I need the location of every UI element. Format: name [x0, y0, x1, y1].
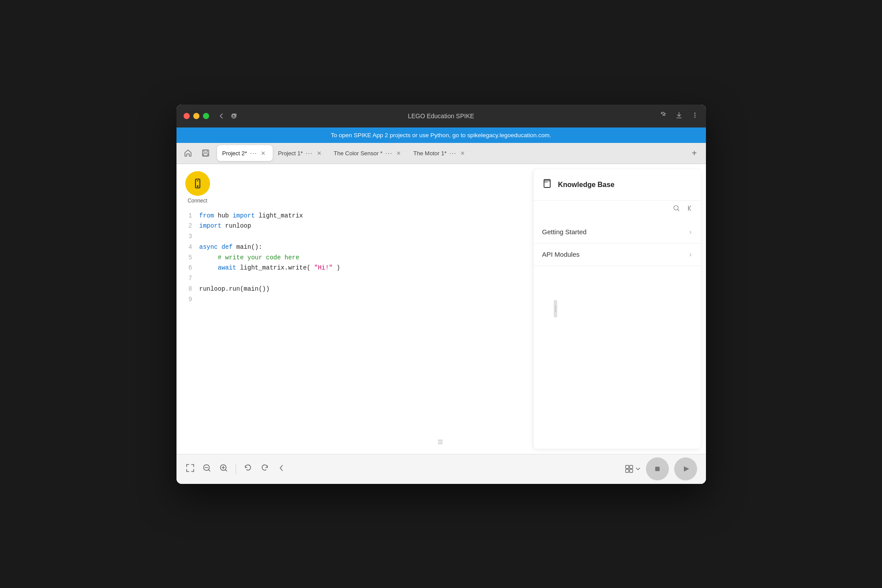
traffic-lights [184, 113, 209, 119]
code-line-1: 1 from hub import light_matrix [185, 211, 524, 221]
window-title: LEGO Education SPIKE [408, 112, 474, 120]
bottom-toolbar [176, 454, 706, 484]
tab-close-icon[interactable]: ✕ [315, 149, 323, 157]
tab-color-sensor[interactable]: The Color Sensor * ⋯ ✕ [328, 145, 408, 161]
kb-toolbar [533, 201, 701, 217]
tab-the-motor[interactable]: The Motor 1* ⋯ ✕ [408, 145, 472, 161]
code-line-6: 6 await light_matrix.write( "Hi!" ) [185, 263, 524, 273]
code-line-4: 4 async def main(): [185, 242, 524, 253]
tab-menu-icon[interactable]: ⋯ [305, 149, 312, 157]
kb-items: Getting Started › API Modules › [533, 217, 701, 449]
tab-bar: Project 2* ⋯ ✕ Project 1* ⋯ ✕ The Color … [176, 143, 706, 164]
collapse-icon[interactable] [686, 204, 694, 214]
svg-rect-14 [630, 465, 633, 468]
back-button[interactable] [218, 112, 225, 120]
undo-icon[interactable] [243, 463, 253, 475]
svg-point-2 [694, 116, 695, 118]
connect-label: Connect [188, 198, 207, 204]
bottom-left-tools [185, 463, 286, 475]
svg-point-7 [197, 185, 199, 187]
svg-rect-8 [197, 180, 199, 181]
search-icon[interactable] [672, 204, 680, 214]
panel-resize-handle[interactable] [554, 300, 557, 318]
redo-icon[interactable] [260, 463, 270, 475]
svg-point-0 [694, 112, 695, 114]
stop-button[interactable] [646, 457, 669, 480]
titlebar: LEGO Education SPIKE [176, 105, 706, 127]
bottom-right-tools [625, 457, 697, 480]
play-button[interactable] [674, 457, 697, 480]
svg-rect-5 [203, 154, 208, 156]
code-line-8: 8 runloop.run(main()) [185, 284, 524, 295]
connect-button[interactable]: Connect [185, 171, 210, 204]
tab-close-icon[interactable]: ✕ [395, 149, 403, 157]
tab-menu-icon[interactable]: ⋯ [449, 149, 456, 157]
svg-rect-13 [626, 465, 629, 468]
fullscreen-icon[interactable] [185, 463, 195, 475]
zoom-in-icon[interactable] [219, 463, 229, 475]
code-line-2: 2 import runloop [185, 221, 524, 232]
tab-menu-icon[interactable]: ⋯ [385, 149, 392, 157]
menu-icon[interactable] [691, 111, 699, 121]
save-button[interactable] [198, 145, 214, 161]
tab-close-icon[interactable]: ✕ [259, 149, 267, 157]
tab-label: The Motor 1* [413, 150, 447, 157]
add-tab-button[interactable]: + [687, 145, 702, 161]
maximize-button[interactable] [203, 113, 209, 119]
refresh-button[interactable] [230, 112, 237, 120]
tab-menu-icon[interactable]: ⋯ [250, 149, 257, 157]
knowledge-base-panel: Knowledge Base [533, 169, 701, 449]
kb-item-api-modules[interactable]: API Modules › [533, 243, 701, 266]
editor-toolbar: Connect [176, 164, 533, 211]
minimize-button[interactable] [193, 113, 199, 119]
tab-label: Project 2* [222, 150, 247, 157]
chevron-right-icon: › [689, 228, 691, 236]
download-icon[interactable] [675, 111, 683, 121]
separator [236, 464, 236, 474]
tab-project2[interactable]: Project 2* ⋯ ✕ [217, 145, 273, 161]
tab-project1[interactable]: Project 1* ⋯ ✕ [273, 145, 328, 161]
kb-header: Knowledge Base [533, 169, 701, 201]
code-line-5: 5 # write your code here [185, 253, 524, 263]
info-banner: To open SPIKE App 2 projects or use Pyth… [176, 127, 706, 143]
svg-point-1 [694, 114, 695, 116]
chevron-right-icon: › [689, 251, 691, 258]
zoom-out-icon[interactable] [202, 463, 212, 475]
home-button[interactable] [180, 145, 196, 161]
code-line-7: 7 [185, 273, 524, 284]
book-icon [542, 178, 553, 191]
tab-label: The Color Sensor * [334, 150, 383, 157]
kb-item-label: API Modules [542, 251, 580, 258]
svg-rect-15 [626, 469, 629, 472]
editor-wrapper: Connect 1 from hub import light_matrix [176, 164, 706, 454]
code-editor[interactable]: 1 from hub import light_matrix 2 import [176, 211, 533, 454]
nav-buttons [218, 112, 237, 120]
code-line-9: 9 [185, 295, 524, 305]
code-line-3: 3 [185, 232, 524, 242]
extensions-icon[interactable] [659, 111, 667, 121]
connect-icon [185, 171, 210, 196]
editor-area: Connect 1 from hub import light_matrix [176, 164, 533, 454]
svg-rect-17 [655, 467, 660, 471]
app-window: LEGO Education SPIKE To o [176, 105, 706, 484]
kb-item-label: Getting Started [542, 228, 587, 236]
tab-label: Project 1* [278, 150, 303, 157]
panel-collapse-icon[interactable] [277, 463, 286, 475]
kb-item-getting-started[interactable]: Getting Started › [533, 221, 701, 243]
svg-rect-4 [204, 150, 207, 152]
main-content: Connect 1 from hub import light_matrix [176, 164, 706, 454]
titlebar-actions [659, 111, 699, 121]
drag-handle: ≡ [438, 436, 445, 448]
grid-button[interactable] [625, 464, 641, 473]
close-button[interactable] [184, 113, 190, 119]
svg-rect-16 [630, 469, 633, 472]
tab-close-icon[interactable]: ✕ [459, 149, 467, 157]
kb-title: Knowledge Base [558, 181, 615, 189]
